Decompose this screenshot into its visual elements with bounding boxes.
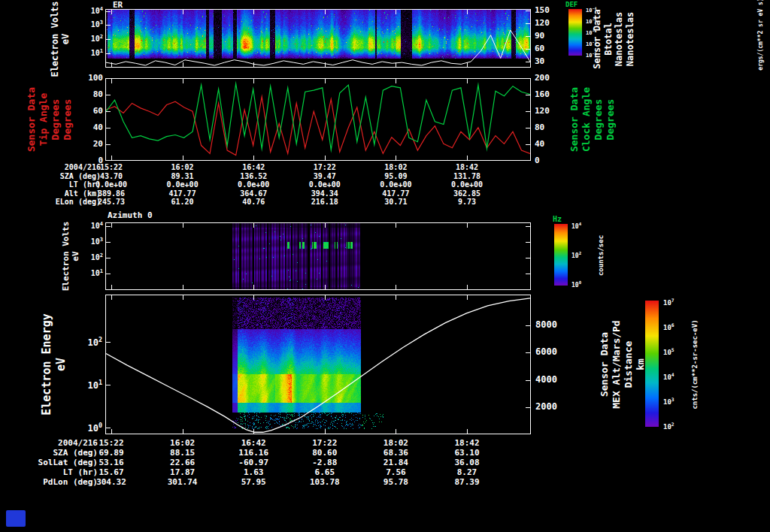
annotation-value: 16:02 — [148, 439, 217, 447]
axis-tick — [106, 226, 111, 227]
annotation-value: 417.77 — [148, 190, 217, 198]
axis-tick — [111, 285, 112, 289]
panel4-ytick: 100 — [69, 422, 102, 433]
annotation-value: 69.89 — [77, 449, 146, 457]
annotation-value: 88.15 — [148, 449, 217, 457]
axis-tick — [106, 385, 111, 385]
axis-tick — [253, 156, 254, 160]
panel2-right-ytick: 120 — [535, 107, 550, 115]
panel4-right-ytick: 2000 — [535, 402, 557, 411]
axis-tick — [106, 342, 111, 343]
annotation-value: 61.20 — [148, 198, 217, 206]
annotation-value: 7.56 — [361, 468, 430, 476]
panel3-title: Azimuth 0 — [108, 211, 153, 219]
taskbar-icon[interactable] — [6, 510, 26, 527]
axis-tick — [183, 10, 183, 14]
axis-tick — [183, 156, 183, 160]
axis-tick — [253, 223, 254, 228]
annotation-value: 0.0e+00 — [77, 181, 146, 189]
axis-tick — [526, 128, 530, 128]
axis-tick — [106, 39, 111, 40]
colorbar4-tick: 105 — [663, 348, 675, 356]
axis-tick — [526, 95, 530, 95]
colorbar3 — [554, 224, 568, 286]
panel2-right-ytick: 160 — [535, 90, 550, 98]
panel1-ytick: 103 — [73, 20, 103, 29]
axis-tick — [111, 10, 112, 14]
axis-tick — [325, 10, 326, 14]
axis-tick — [526, 274, 530, 274]
axis-tick — [106, 53, 111, 54]
annotation-value: 87.39 — [432, 478, 502, 486]
axis-tick — [526, 144, 530, 145]
axis-tick — [526, 23, 530, 24]
annotation-value: 18:42 — [432, 439, 502, 447]
annotation-value: 304.32 — [77, 478, 146, 486]
axis-tick — [106, 111, 111, 112]
colorbar3-tick: 100 — [571, 281, 581, 289]
annotation-value: 8.27 — [432, 468, 502, 476]
annotation-value: 63.10 — [432, 449, 502, 457]
axis-tick — [467, 156, 468, 160]
annotation-value: 36.08 — [432, 458, 502, 467]
annotation-value: 131.78 — [432, 173, 502, 180]
panel4-right-ytick: 4000 — [535, 375, 557, 384]
axis-tick — [111, 156, 112, 160]
axis-tick — [253, 10, 254, 14]
axis-tick — [526, 11, 530, 11]
axis-tick — [526, 226, 530, 227]
axis-tick — [526, 242, 530, 243]
panel2-right-axis-label: Sensor DataClock AngleDegreesDegrees — [568, 7, 617, 232]
axis-tick — [106, 25, 111, 26]
annotation-value: 389.86 — [77, 190, 146, 198]
colorbar4-tick: 103 — [663, 397, 675, 406]
axis-tick — [396, 156, 396, 160]
annotation-value: 95.09 — [361, 173, 430, 180]
axis-tick — [183, 62, 183, 67]
axis-tick — [526, 36, 530, 37]
axis-tick — [526, 111, 530, 112]
annotation-value: 16:42 — [219, 439, 288, 447]
annotation-value: 80.60 — [290, 449, 359, 457]
axis-tick — [526, 49, 530, 50]
annotation-value: 39.47 — [290, 173, 359, 180]
annotation-value: 30.71 — [361, 198, 430, 206]
axis-tick — [106, 274, 111, 274]
annotation-value: 22.66 — [148, 458, 217, 467]
annotation-value: 0.0e+00 — [290, 181, 359, 189]
annotation-value: 57.95 — [219, 478, 288, 486]
axis-tick — [111, 62, 112, 67]
axis-tick — [106, 95, 111, 95]
colorbar4-tick: 106 — [663, 323, 675, 331]
annotation-value: 394.34 — [290, 190, 359, 198]
axis-tick — [325, 295, 326, 300]
annotation-value: 0.0e+00 — [432, 181, 502, 189]
axis-tick — [396, 295, 396, 300]
axis-tick — [183, 285, 183, 289]
axis-tick — [111, 223, 112, 228]
panel4-spectrogram-canvas — [106, 295, 530, 434]
axis-tick — [325, 62, 326, 67]
annotation-value: 21.84 — [361, 458, 430, 467]
axis-tick — [467, 285, 468, 289]
annotation-value: 245.73 — [77, 198, 146, 206]
colorbar3-title: Hz — [553, 216, 562, 223]
axis-tick — [106, 242, 111, 243]
annotation-value: 0.0e+00 — [219, 181, 288, 189]
axis-tick — [106, 428, 111, 428]
annotation-value: -60.97 — [219, 458, 288, 467]
panel4-ytick: 101 — [69, 379, 102, 390]
axis-tick — [325, 79, 326, 83]
axis-tick — [396, 79, 396, 83]
panel2-ytick: 100 — [73, 74, 103, 82]
axis-tick — [526, 352, 530, 353]
axis-tick — [325, 429, 326, 434]
colorbar4-tick: 104 — [663, 373, 675, 381]
axis-tick — [467, 62, 468, 67]
annotation-value: 301.74 — [148, 478, 217, 486]
annotation-value: 103.78 — [290, 478, 359, 486]
axis-tick — [106, 11, 111, 12]
panel1-right-ytick: 30 — [535, 57, 544, 65]
axis-tick — [526, 407, 530, 408]
axis-tick — [467, 429, 468, 434]
